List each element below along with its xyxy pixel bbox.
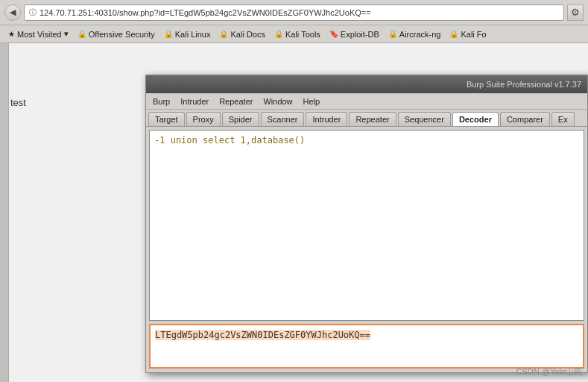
burp-suite-window: Burp Suite Professional v1.7.37 Burp Int… — [145, 75, 588, 373]
bookmark-label: Kali Linux — [175, 30, 211, 39]
tab-target[interactable]: Target — [148, 112, 185, 126]
lock-icon: 🔒 — [274, 30, 283, 38]
tab-proxy[interactable]: Proxy — [186, 112, 221, 126]
page-content: test — [10, 97, 26, 108]
bookmark-label: Aircrack-ng — [399, 30, 441, 39]
bookmark-kali-fo[interactable]: 🔒 Kali Fo — [446, 29, 490, 40]
star-icon: ★ — [8, 30, 15, 38]
bookmark-aircrack[interactable]: 🔒 Aircrack-ng — [385, 29, 445, 40]
decoder-input-text: -1 union select 1,database() — [154, 135, 305, 145]
decoder-output-area[interactable]: LTEgdW5pb24gc2VsZWN0IDEsZGF0YWJhc2UoKQ== — [149, 324, 584, 369]
back-icon: ◀ — [10, 7, 16, 17]
tab-decoder[interactable]: Decoder — [452, 112, 499, 127]
menu-help[interactable]: Help — [301, 96, 323, 107]
menu-repeater[interactable]: Repeater — [217, 96, 255, 107]
bookmark-label: Exploit-DB — [341, 30, 379, 39]
burp-titlebar: Burp Suite Professional v1.7.37 — [146, 75, 587, 93]
burp-title: Burp Suite Professional v1.7.37 — [152, 80, 581, 89]
address-bar-container: ⓘ — [24, 4, 564, 21]
bookmarks-bar: ★ Most Visited ▾ 🔒 Offensive Security 🔒 … — [0, 25, 588, 43]
gear-icon: ⚙ — [571, 7, 580, 18]
burp-decoder-body: -1 union select 1,database() LTEgdW5pb24… — [146, 127, 587, 372]
tab-intruder[interactable]: Intruder — [306, 112, 347, 126]
browser-toolbar: ◀ ⓘ ⚙ — [0, 0, 588, 25]
menu-intruder[interactable]: Intruder — [178, 96, 211, 107]
chevron-down-icon: ▾ — [64, 29, 69, 39]
bookmark-exploit-db[interactable]: 🔖 Exploit-DB — [326, 29, 383, 40]
tab-comparer[interactable]: Comparer — [500, 112, 550, 126]
bookmark-label: Kali Docs — [230, 30, 265, 39]
browser-chrome: ◀ ⓘ ⚙ ★ Most Visited ▾ 🔒 Offensive Secur… — [0, 0, 588, 43]
decoder-output-text: LTEgdW5pb24gc2VsZWN0IDEsZGF0YWJhc2UoKQ== — [155, 330, 370, 340]
settings-button[interactable]: ⚙ — [567, 4, 584, 21]
lock-icon: 🔒 — [388, 30, 397, 38]
bookmark-label: Most Visited — [17, 30, 62, 39]
bookmark-offensive[interactable]: 🔒 Offensive Security — [74, 29, 159, 40]
bookmark-label: Offensive Security — [89, 30, 155, 39]
address-bar[interactable] — [39, 8, 559, 17]
bookmark-label: Kali Tools — [285, 30, 320, 39]
page-sidebar — [0, 43, 9, 382]
bookmark-label: Kali Fo — [461, 30, 486, 39]
burp-menubar: Burp Intruder Repeater Window Help — [146, 93, 587, 110]
bookmark-kali-docs[interactable]: 🔒 Kali Docs — [215, 29, 268, 40]
lock-icon: 🔒 — [449, 30, 458, 38]
menu-burp[interactable]: Burp — [151, 96, 172, 107]
lock-icon: 🔒 — [164, 30, 173, 38]
bookmark-kali-linux[interactable]: 🔒 Kali Linux — [160, 29, 215, 40]
bookmark-kali-tools[interactable]: 🔒 Kali Tools — [271, 29, 324, 40]
tab-repeater[interactable]: Repeater — [349, 112, 396, 126]
back-button[interactable]: ◀ — [4, 4, 21, 21]
tab-spider[interactable]: Spider — [222, 112, 259, 126]
lock-icon: 🔒 — [78, 30, 86, 38]
tab-extender[interactable]: Ex — [551, 112, 575, 126]
watermark: CSDN @Yolo山药 — [516, 366, 582, 378]
menu-window[interactable]: Window — [261, 96, 294, 107]
bookmark-most-visited[interactable]: ★ Most Visited ▾ — [4, 28, 72, 40]
decoder-input-area[interactable]: -1 union select 1,database() — [149, 130, 584, 321]
tab-sequencer[interactable]: Sequencer — [398, 112, 451, 126]
lock-icon: 🔒 — [219, 30, 228, 38]
burp-tabs: Target Proxy Spider Scanner Intruder Rep… — [146, 110, 587, 127]
bookmark-icon: 🔖 — [329, 30, 338, 38]
tab-scanner[interactable]: Scanner — [261, 112, 305, 126]
info-icon: ⓘ — [29, 7, 37, 18]
